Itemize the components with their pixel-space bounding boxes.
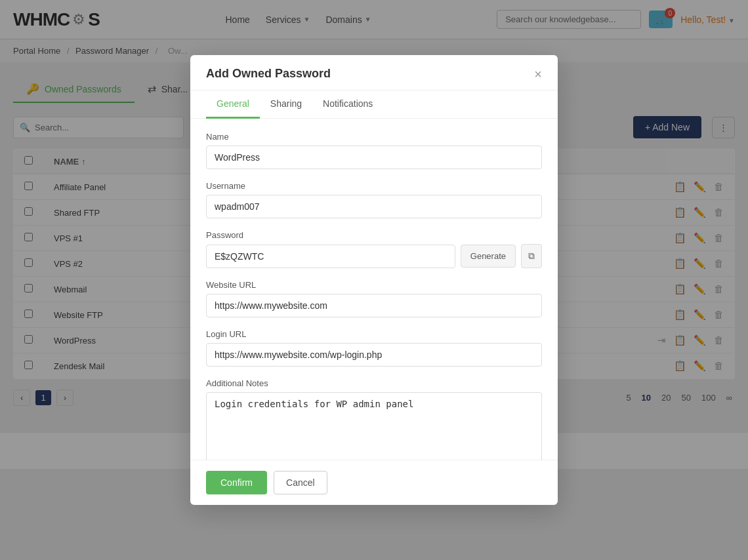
modal-close-button[interactable]: × [534, 68, 542, 81]
generate-password-button[interactable]: Generate [461, 245, 516, 268]
login-url-input[interactable] [206, 343, 542, 367]
username-label: Username [206, 181, 542, 191]
modal-overlay: Add Owned Password × General Sharing Not… [0, 0, 748, 469]
website-url-input[interactable] [206, 294, 542, 317]
website-url-label: Website URL [206, 280, 542, 290]
notes-textarea[interactable]: Login credentials for WP admin panel [206, 392, 542, 460]
form-group-username: Username [206, 181, 542, 218]
notes-label: Additional Notes [206, 378, 542, 388]
modal-body: Name Username Password Generate ⧉ Websit… [190, 119, 558, 460]
password-input[interactable] [206, 245, 455, 268]
password-label: Password [206, 230, 542, 240]
name-label: Name [206, 132, 542, 142]
form-group-name: Name [206, 132, 542, 169]
name-input[interactable] [206, 146, 542, 169]
modal-footer: Confirm Cancel [190, 460, 558, 469]
username-input[interactable] [206, 195, 542, 218]
modal-header: Add Owned Password × [190, 55, 558, 90]
modal: Add Owned Password × General Sharing Not… [190, 55, 558, 469]
modal-tab-general[interactable]: General [206, 90, 260, 119]
copy-password-button[interactable]: ⧉ [521, 244, 542, 268]
form-group-website-url: Website URL [206, 280, 542, 317]
modal-tab-sharing[interactable]: Sharing [260, 90, 312, 119]
form-group-login-url: Login URL [206, 329, 542, 367]
modal-tab-notifications[interactable]: Notifications [312, 90, 383, 119]
login-url-label: Login URL [206, 329, 542, 339]
modal-title: Add Owned Password [206, 67, 331, 81]
form-group-password: Password Generate ⧉ [206, 230, 542, 268]
password-row: Generate ⧉ [206, 244, 542, 268]
modal-tabs: General Sharing Notifications [190, 90, 558, 119]
form-group-notes: Additional Notes Login credentials for W… [206, 378, 542, 460]
